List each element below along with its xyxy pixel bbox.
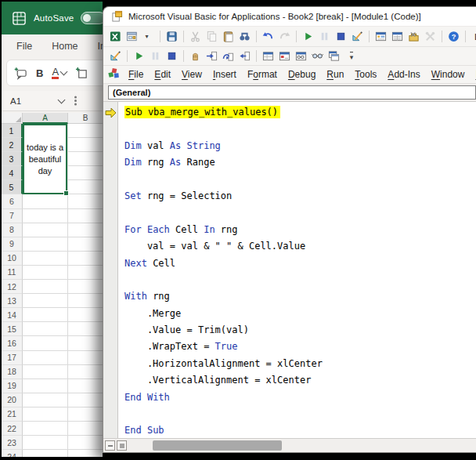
- row-header-5[interactable]: 5: [2, 180, 23, 194]
- autosave-toggle[interactable]: [81, 12, 103, 24]
- code-line-18[interactable]: End With: [124, 389, 476, 406]
- row-header-13[interactable]: 13: [2, 294, 23, 308]
- code-line-17[interactable]: .VerticalAlignment = xlCenter: [124, 372, 476, 389]
- code-line-15[interactable]: .WrapText = True: [124, 339, 476, 355]
- name-box[interactable]: A1: [10, 96, 21, 106]
- cell-b4[interactable]: [68, 166, 103, 180]
- object-dropdown[interactable]: (General): [108, 85, 476, 100]
- design-mode-icon[interactable]: [349, 30, 366, 44]
- reset-icon[interactable]: [333, 30, 349, 44]
- code-line-4[interactable]: Dim rng As Range: [124, 154, 476, 171]
- cell-a10[interactable]: [23, 252, 68, 266]
- column-header-b[interactable]: B: [68, 113, 103, 124]
- cell-b17[interactable]: [68, 351, 103, 365]
- cell-a9[interactable]: [23, 237, 68, 252]
- row-header-16[interactable]: 16: [2, 336, 23, 350]
- code-line-13[interactable]: .Merge: [124, 306, 476, 322]
- code-line-3[interactable]: Dim val As String: [124, 138, 476, 154]
- step-out-icon[interactable]: [236, 49, 253, 63]
- step-over-icon[interactable]: [220, 49, 236, 63]
- row-header-15[interactable]: 15: [2, 322, 23, 336]
- cell-a14[interactable]: [23, 308, 68, 322]
- caret-icon[interactable]: ▾: [140, 30, 157, 44]
- cell-b5[interactable]: [68, 180, 103, 194]
- locals-window-icon[interactable]: [260, 49, 276, 63]
- cell-b24[interactable]: [68, 450, 103, 457]
- menu-format[interactable]: Format: [242, 69, 283, 80]
- cell-b3[interactable]: [68, 152, 103, 166]
- merged-cell-a1-a5[interactable]: today is a beautiful day: [23, 124, 67, 194]
- cell-a24[interactable]: [23, 450, 68, 457]
- row-header-7[interactable]: 7: [2, 209, 23, 223]
- help-icon[interactable]: ?: [445, 30, 462, 44]
- row-header-20[interactable]: 20: [2, 393, 23, 407]
- bold-button[interactable]: B: [36, 67, 43, 79]
- watch-window-icon[interactable]: [293, 49, 309, 63]
- row-header-2[interactable]: 2: [2, 138, 23, 152]
- cell-b14[interactable]: [68, 308, 103, 322]
- find-icon[interactable]: [236, 30, 253, 44]
- row-header-1[interactable]: 1: [2, 124, 23, 138]
- cell-b23[interactable]: [68, 436, 103, 450]
- toolbox-icon[interactable]: [406, 30, 422, 44]
- code-line-6[interactable]: Set rng = Selection: [124, 188, 476, 205]
- undo-icon[interactable]: [260, 30, 276, 44]
- project-explorer-icon[interactable]: [373, 30, 389, 44]
- row-header-8[interactable]: 8: [2, 223, 23, 237]
- menu-insert[interactable]: Insert: [207, 69, 242, 80]
- row-header-14[interactable]: 14: [2, 308, 23, 322]
- code-line-14[interactable]: .Value = Trim(val): [124, 322, 476, 339]
- cell-b18[interactable]: [68, 365, 103, 379]
- code-line-5[interactable]: [124, 172, 476, 188]
- ribbon-tab-file[interactable]: File: [16, 41, 32, 55]
- cell-b7[interactable]: [68, 209, 103, 223]
- cell-a16[interactable]: [23, 336, 68, 350]
- properties-window-icon[interactable]: [389, 30, 406, 44]
- select-all-corner[interactable]: [2, 113, 23, 124]
- cell-a23[interactable]: [23, 436, 68, 450]
- cell-a8[interactable]: [23, 223, 68, 237]
- save-icon[interactable]: [164, 30, 180, 44]
- step-into-icon[interactable]: [204, 49, 220, 63]
- menu-window[interactable]: Window: [426, 69, 471, 80]
- reset-icon[interactable]: [164, 49, 180, 63]
- menu-file[interactable]: File: [123, 69, 149, 80]
- cell-b15[interactable]: [68, 322, 103, 336]
- insert-userform-icon[interactable]: [124, 30, 140, 44]
- row-header-23[interactable]: 23: [2, 436, 23, 450]
- cell-a12[interactable]: [23, 280, 68, 294]
- cell-a21[interactable]: [23, 407, 68, 422]
- row-header-9[interactable]: 9: [2, 237, 23, 252]
- cell-b9[interactable]: [68, 237, 103, 252]
- menu-edit[interactable]: Edit: [149, 69, 176, 80]
- row-header-21[interactable]: 21: [2, 407, 23, 422]
- code-line-16[interactable]: .HorizontalAlignment = xlCenter: [124, 356, 476, 372]
- cell-b12[interactable]: [68, 280, 103, 294]
- immediate-window-icon[interactable]: [276, 49, 293, 63]
- row-header-19[interactable]: 19: [2, 379, 23, 393]
- cell-b21[interactable]: [68, 407, 103, 422]
- quick-watch-icon[interactable]: [309, 49, 326, 63]
- cell-b8[interactable]: [68, 223, 103, 237]
- row-header-3[interactable]: 3: [2, 152, 23, 166]
- design-mode-icon[interactable]: [107, 49, 124, 63]
- row-header-17[interactable]: 17: [2, 351, 23, 365]
- call-stack-icon[interactable]: [326, 49, 342, 63]
- toggle-breakpoint-icon[interactable]: [187, 49, 204, 63]
- cell-b22[interactable]: [68, 422, 103, 436]
- cell-b10[interactable]: [68, 252, 103, 266]
- cell-b2[interactable]: [68, 138, 103, 152]
- vba-titlebar[interactable]: Microsoft Visual Basic for Applications …: [103, 7, 476, 27]
- full-module-view-button[interactable]: [117, 440, 127, 451]
- row-header-22[interactable]: 22: [2, 422, 23, 436]
- menu-debug[interactable]: Debug: [283, 69, 321, 80]
- ribbon-tab-home[interactable]: Home: [52, 41, 78, 55]
- paste-icon[interactable]: [220, 30, 236, 44]
- cell-b11[interactable]: [68, 266, 103, 280]
- menu-tools[interactable]: Tools: [349, 69, 382, 80]
- row-header-24[interactable]: 24: [2, 450, 23, 457]
- procedure-view-button[interactable]: [105, 440, 115, 451]
- cell-a20[interactable]: [23, 393, 68, 407]
- scrollbar-thumb[interactable]: [153, 440, 282, 451]
- cell-a18[interactable]: [23, 365, 68, 379]
